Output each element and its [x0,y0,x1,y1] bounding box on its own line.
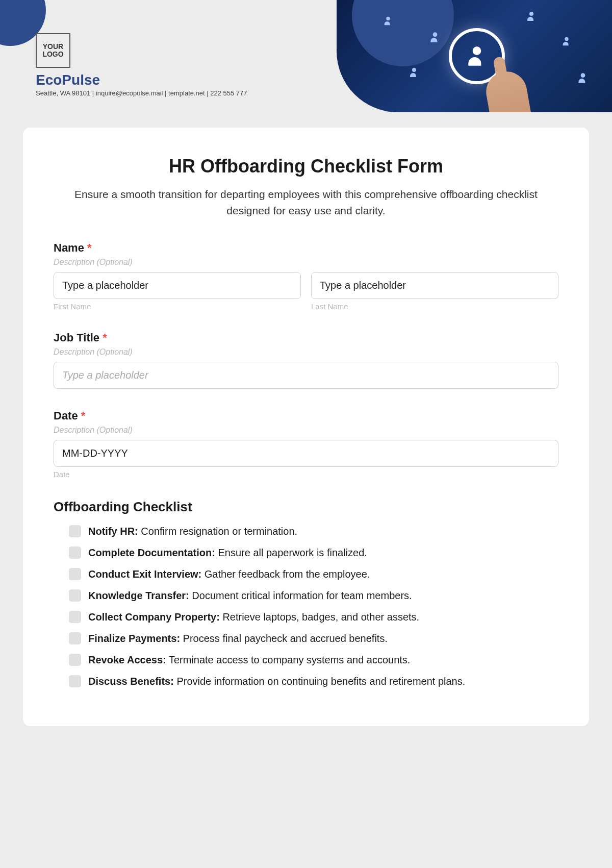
logo-placeholder: YOUR LOGO [36,33,70,68]
page: YOUR LOGO EcoPulse Seattle, WA 98101 | i… [0,0,612,868]
checklist-item-text: Finalize Payments: Process final paychec… [88,631,388,646]
field-job-title: Job Title * Description (Optional) [54,331,558,389]
date-sublabel: Date [54,470,558,479]
checkbox[interactable] [69,632,81,644]
person-icon [408,66,420,79]
last-name-sublabel: Last Name [311,302,558,311]
checklist-item: Conduct Exit Interview: Gather feedback … [69,567,558,581]
form-description: Ensure a smooth transition for departing… [54,186,558,218]
svg-point-5 [581,73,585,78]
first-name-input[interactable] [54,272,301,299]
brand-block: YOUR LOGO EcoPulse Seattle, WA 98101 | i… [36,33,247,97]
svg-point-4 [565,37,568,41]
checklist-item: Complete Documentation: Ensure all paper… [69,545,558,560]
svg-point-3 [529,12,533,16]
person-icon [525,10,538,22]
checkbox[interactable] [69,654,81,666]
person-icon [561,36,572,47]
checklist-item: Revoke Access: Terminate access to compa… [69,653,558,667]
field-label: Name * [54,241,558,255]
checklist-item-text: Conduct Exit Interview: Gather feedback … [88,567,370,581]
svg-point-2 [412,68,416,72]
brand-name: EcoPulse [36,72,247,88]
header: YOUR LOGO EcoPulse Seattle, WA 98101 | i… [0,0,612,112]
checklist-item-text: Collect Company Property: Retrieve lapto… [88,610,419,624]
checklist: Notify HR: Confirm resignation or termin… [54,524,558,688]
field-label: Job Title * [54,331,558,344]
field-label: Date * [54,409,558,423]
form-card: HR Offboarding Checklist Form Ensure a s… [23,128,589,726]
field-date: Date * Description (Optional) Date [54,409,558,479]
last-name-input[interactable] [311,272,558,299]
field-hint: Description (Optional) [54,348,558,357]
person-icon [382,15,394,27]
checkbox[interactable] [69,547,81,559]
checkbox[interactable] [69,611,81,623]
person-icon [428,31,442,44]
checklist-item-text: Discuss Benefits: Provide information on… [88,674,465,688]
checklist-item: Collect Company Property: Retrieve lapto… [69,610,558,624]
svg-point-0 [386,17,390,20]
person-icon [576,71,590,85]
form-title: HR Offboarding Checklist Form [54,156,558,177]
checklist-title: Offboarding Checklist [54,499,558,515]
date-input[interactable] [54,440,558,467]
first-name-sublabel: First Name [54,302,301,311]
checklist-item: Notify HR: Confirm resignation or termin… [69,524,558,538]
brand-info: Seattle, WA 98101 | inquire@ecopulse.mai… [36,89,247,97]
job-title-input[interactable] [54,362,558,389]
checklist-item: Knowledge Transfer: Document critical in… [69,588,558,603]
checklist-item-text: Knowledge Transfer: Document critical in… [88,588,412,603]
checkbox[interactable] [69,675,81,687]
svg-point-1 [433,32,438,37]
checkbox[interactable] [69,589,81,602]
checklist-item-text: Revoke Access: Terminate access to compa… [88,653,410,667]
checklist-item: Finalize Payments: Process final paychec… [69,631,558,646]
hero-image [337,0,612,112]
checklist-item: Discuss Benefits: Provide information on… [69,674,558,688]
svg-point-6 [473,46,481,55]
field-name: Name * Description (Optional) First Name… [54,241,558,311]
checkbox[interactable] [69,568,81,580]
checklist-item-text: Notify HR: Confirm resignation or termin… [88,524,297,538]
field-hint: Description (Optional) [54,258,558,267]
checkbox[interactable] [69,525,81,537]
hero-content [337,0,612,112]
checklist-item-text: Complete Documentation: Ensure all paper… [88,545,367,560]
field-hint: Description (Optional) [54,426,558,435]
